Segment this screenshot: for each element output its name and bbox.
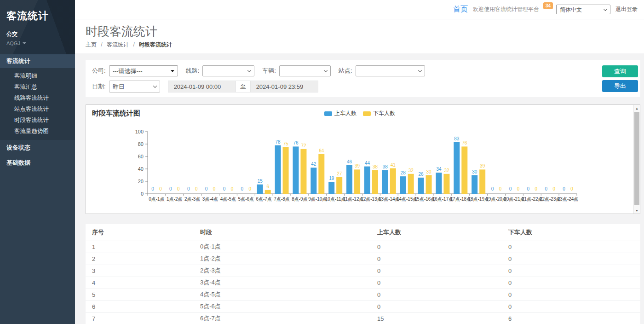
breadcrumb-separator: / <box>101 41 102 48</box>
scroll-up-icon[interactable]: ▲ <box>634 105 640 111</box>
svg-text:0: 0 <box>213 186 216 191</box>
scroll-down-icon[interactable]: ▼ <box>634 207 640 214</box>
bar <box>257 185 263 194</box>
svg-text:0: 0 <box>570 186 573 191</box>
vehicle-filter: 车辆: <box>262 65 331 76</box>
table-cell: 6点-7点 <box>194 312 371 324</box>
legend-label: 下车人数 <box>373 110 395 117</box>
table-cell: 0 <box>502 289 640 301</box>
sidebar-brand-block: 客流统计 公交 AQGJ <box>0 0 75 54</box>
table-cell: 0 <box>371 301 502 312</box>
vehicle-select[interactable] <box>279 65 331 76</box>
table-cell: 0 <box>371 289 502 301</box>
svg-text:0: 0 <box>499 186 502 191</box>
table-cell: 0 <box>502 265 640 277</box>
page-title: 时段客流统计 <box>86 25 644 38</box>
breadcrumb-section[interactable]: 客流统计 <box>107 41 129 48</box>
legend-item[interactable]: 上车人数 <box>324 110 356 117</box>
table-row: 76点-7点156 <box>86 312 640 324</box>
table-cell: 1点-2点 <box>194 253 371 265</box>
table-cell: 2 <box>86 253 194 265</box>
sidebar-item-trend-chart[interactable]: 客流量趋势图 <box>0 126 75 137</box>
line-select[interactable] <box>202 65 254 76</box>
page-heading: 时段客流统计 主页 / 客流统计 / 时段客流统计 <box>75 19 644 53</box>
sidebar-item-passenger-stats[interactable]: 客流统计 <box>0 54 75 68</box>
table-cell: 2点-3点 <box>194 265 371 277</box>
svg-text:42: 42 <box>311 162 316 167</box>
svg-text:83: 83 <box>454 136 460 141</box>
svg-text:9点-10点: 9点-10点 <box>308 197 327 202</box>
user-menu[interactable]: AQGJ <box>6 40 69 46</box>
sidebar-item-device-status[interactable]: 设备状态 <box>0 140 75 155</box>
date-preset-select[interactable]: 昨日 <box>109 81 160 93</box>
svg-text:100: 100 <box>135 129 144 134</box>
chart-scrollbar[interactable]: ▲ ▼ <box>633 105 640 214</box>
svg-text:0: 0 <box>545 186 547 191</box>
export-button[interactable]: 导出 <box>602 80 638 92</box>
sidebar: 客流统计 公交 AQGJ 客流统计 客流明细 客流汇总 线路客流统计 站点客流统… <box>0 0 75 324</box>
chart-legend: 上车人数下车人数 <box>86 110 633 117</box>
table-cell: 15 <box>371 312 502 324</box>
svg-text:0: 0 <box>527 186 530 191</box>
svg-text:2点-3点: 2点-3点 <box>184 197 200 202</box>
sidebar-item-period-stats[interactable]: 时段客流统计 <box>0 115 75 126</box>
legend-item[interactable]: 下车人数 <box>363 110 395 117</box>
breadcrumb-home[interactable]: 主页 <box>86 41 97 48</box>
scrollbar-thumb[interactable] <box>634 112 639 205</box>
date-from-input[interactable] <box>168 81 236 93</box>
filter-panel: 公司: ---请选择--- 线路: <box>86 60 640 97</box>
bar-chart: 0204060801000点-1点001点-2点002点-3点003点-4点00… <box>86 122 627 214</box>
bar <box>408 174 414 194</box>
svg-text:44: 44 <box>365 161 370 166</box>
svg-text:6点-7点: 6点-7点 <box>256 197 271 202</box>
table-row: 10点-1点00 <box>86 241 640 253</box>
topbar: 首页 欢迎使用客流统计管理平台 34 简体中文 退出登录 <box>75 0 644 19</box>
svg-text:4点-5点: 4点-5点 <box>220 197 236 202</box>
svg-text:0: 0 <box>187 186 190 191</box>
svg-text:72: 72 <box>301 143 306 148</box>
bar <box>346 165 352 194</box>
table-header-cell: 上车人数 <box>371 224 502 241</box>
bar <box>283 147 289 194</box>
query-button[interactable]: 查询 <box>602 65 638 77</box>
date-range-separator: 至 <box>236 81 250 93</box>
table-row: 54点-5点00 <box>86 289 640 301</box>
table-row: 32点-3点00 <box>86 265 640 277</box>
svg-text:15: 15 <box>258 179 263 184</box>
language-select[interactable]: 简体中文 <box>556 5 610 14</box>
bar <box>426 175 432 194</box>
bar <box>472 175 477 194</box>
svg-text:0: 0 <box>151 186 154 191</box>
table-cell: 0 <box>502 253 640 265</box>
table-header-cell: 时段 <box>194 224 371 241</box>
home-link[interactable]: 首页 <box>453 5 468 14</box>
sidebar-submenu: 客流明细 客流汇总 线路客流统计 站点客流统计 时段客流统计 客流量趋势图 <box>0 68 75 140</box>
sidebar-item-station-stats[interactable]: 站点客流统计 <box>0 104 75 115</box>
bar <box>454 142 460 194</box>
sidebar-item-base-data[interactable]: 基础数据 <box>0 155 75 170</box>
svg-text:34: 34 <box>436 167 442 172</box>
company-filter: 公司: ---请选择--- <box>92 65 178 76</box>
logout-link[interactable]: 退出登录 <box>615 6 638 13</box>
svg-text:32: 32 <box>444 168 449 173</box>
svg-text:32: 32 <box>408 168 414 173</box>
station-label: 站点: <box>339 67 352 75</box>
svg-text:27: 27 <box>337 171 342 176</box>
sidebar-item-line-stats[interactable]: 线路客流统计 <box>0 93 75 104</box>
table-cell: 5 <box>86 289 194 301</box>
org-label: 公交 <box>6 30 69 38</box>
sidebar-item-passenger-summary[interactable]: 客流汇总 <box>0 81 75 93</box>
sidebar-item-passenger-detail[interactable]: 客流明细 <box>0 70 75 81</box>
station-select[interactable] <box>356 65 425 76</box>
table-head: 序号时段上车人数下车人数 <box>86 224 640 241</box>
legend-label: 上车人数 <box>334 110 356 117</box>
svg-text:0: 0 <box>552 186 555 191</box>
company-select[interactable]: ---请选择--- <box>109 65 178 76</box>
date-to-input[interactable] <box>250 81 318 93</box>
table-header-row: 序号时段上车人数下车人数 <box>86 224 640 241</box>
table-cell: 0 <box>371 265 502 277</box>
caret-down-icon <box>23 42 26 44</box>
table-cell: 0 <box>502 277 640 289</box>
svg-text:0: 0 <box>241 186 244 191</box>
svg-text:0: 0 <box>195 186 198 191</box>
